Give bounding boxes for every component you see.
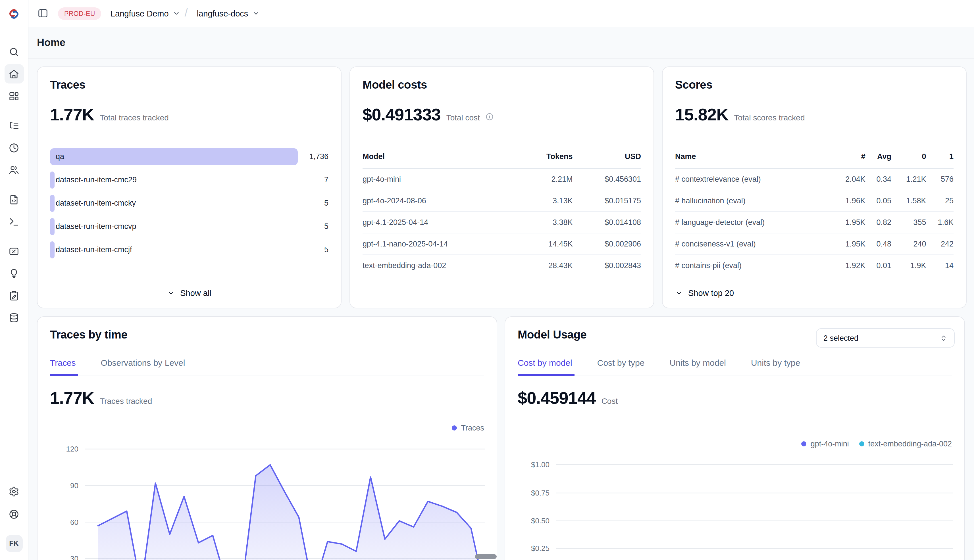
project-switcher[interactable]: langfuse-docs bbox=[197, 9, 260, 18]
traces-chart-legend: Traces bbox=[452, 424, 484, 432]
tab-units-by-model[interactable]: Units by model bbox=[670, 358, 728, 375]
sidebar-item-clipboard-pen[interactable] bbox=[4, 286, 23, 305]
info-icon[interactable] bbox=[486, 112, 494, 121]
sidebar-toggle-icon[interactable] bbox=[37, 8, 48, 19]
trace-name: dataset-run-item-cmcky bbox=[56, 195, 136, 212]
chevron-down-icon bbox=[675, 289, 683, 297]
model-cost-row: text-embedding-ada-00228.43K$0.002843 bbox=[363, 255, 641, 276]
svg-text:$1.00: $1.00 bbox=[531, 460, 550, 469]
score-row: # contextrelevance (eval)2.04K0.341.21K5… bbox=[675, 168, 954, 190]
trace-bar bbox=[50, 172, 55, 188]
trace-bar-row[interactable]: dataset-run-item-cmcvp5 bbox=[50, 218, 329, 235]
sidebar-item-file-code[interactable] bbox=[4, 190, 23, 209]
trace-name: dataset-run-item-cmc29 bbox=[56, 172, 137, 188]
gear-icon bbox=[8, 486, 19, 497]
trace-bar bbox=[50, 195, 55, 212]
trace-name: qa bbox=[56, 148, 64, 165]
traces-by-time-tabs: TracesObservations by Level bbox=[50, 358, 484, 375]
sidebar-item-gear[interactable] bbox=[4, 482, 23, 501]
sidebar-item-users[interactable] bbox=[4, 160, 23, 180]
sidebar-item-database[interactable] bbox=[4, 308, 23, 327]
score-row: # contains-pii (eval)1.92K0.011.9K14 bbox=[675, 255, 954, 276]
trace-bar-row[interactable]: dataset-run-item-cmc297 bbox=[50, 172, 329, 188]
svg-text:$0.75: $0.75 bbox=[531, 489, 550, 497]
langfuse-logo[interactable] bbox=[0, 0, 28, 27]
column-header: 0 bbox=[891, 152, 926, 168]
traces-tracked: 1.77K bbox=[50, 389, 94, 407]
svg-text:$0.25: $0.25 bbox=[531, 544, 550, 553]
card-title: Scores bbox=[675, 77, 954, 92]
avatar[interactable]: FK bbox=[5, 535, 22, 552]
trace-bar bbox=[50, 218, 55, 235]
score-row: # hallucination (eval)1.96K0.051.58K25 bbox=[675, 190, 954, 212]
trace-bar-row[interactable]: dataset-run-item-cmcky5 bbox=[50, 195, 329, 212]
tab-units-by-type[interactable]: Units by type bbox=[751, 358, 802, 375]
card-title: Traces bbox=[50, 77, 329, 92]
show-top-20-button[interactable]: Show top 20 bbox=[675, 288, 734, 298]
show-all-button[interactable]: Show all bbox=[37, 288, 341, 298]
traces-total-label: Total traces tracked bbox=[100, 113, 169, 122]
grid-icon bbox=[8, 91, 19, 102]
topbar: PROD-EU Langfuse Demo / langfuse-docs bbox=[28, 0, 974, 27]
scores-card: Scores 15.82K Total scores tracked Name#… bbox=[662, 67, 967, 308]
clock-icon bbox=[8, 142, 19, 153]
svg-text:$0.50: $0.50 bbox=[531, 517, 550, 525]
sidebar-item-home[interactable] bbox=[4, 64, 23, 83]
sidebar-item-list-tree[interactable] bbox=[4, 116, 23, 135]
trace-bar-row[interactable]: dataset-run-item-cmcjf5 bbox=[50, 242, 329, 258]
org-name: Langfuse Demo bbox=[110, 9, 169, 18]
tab-traces[interactable]: Traces bbox=[50, 358, 78, 376]
column-header: Tokens bbox=[523, 152, 573, 168]
tab-cost-by-model[interactable]: Cost by model bbox=[518, 358, 575, 376]
model-select-dropdown[interactable]: 2 selected bbox=[816, 328, 955, 348]
chevron-down-icon bbox=[167, 289, 175, 297]
trace-bar bbox=[50, 242, 55, 258]
traces-area-chart: 120906030 bbox=[50, 435, 485, 560]
legend-item: Traces bbox=[452, 424, 484, 432]
sidebar-item-search[interactable] bbox=[4, 42, 23, 61]
model-costs-total-label: Total cost bbox=[446, 113, 480, 122]
env-badge[interactable]: PROD-EU bbox=[58, 7, 102, 20]
sidebar-item-lifebuoy[interactable] bbox=[4, 504, 23, 523]
horizontal-scrollbar-thumb[interactable] bbox=[475, 554, 497, 559]
app-root: FK PROD-EU Langfuse Demo / langfuse-docs… bbox=[0, 0, 974, 560]
sidebar-item-grid[interactable] bbox=[4, 86, 23, 106]
card-title: Model costs bbox=[363, 77, 641, 92]
tab-cost-by-type[interactable]: Cost by type bbox=[597, 358, 647, 375]
trace-name: dataset-run-item-cmcvp bbox=[56, 218, 136, 235]
sidebar-item-terminal[interactable] bbox=[4, 212, 23, 231]
sidebar-item-percent-square[interactable] bbox=[4, 242, 23, 261]
trace-count: 7 bbox=[324, 172, 329, 188]
sidebar: FK bbox=[0, 0, 28, 560]
breadcrumb-separator: / bbox=[185, 6, 188, 19]
sidebar-item-clock[interactable] bbox=[4, 138, 23, 157]
model-cost-row: gpt-4.1-2025-04-143.38K$0.014108 bbox=[363, 212, 641, 233]
trace-name: dataset-run-item-cmcjf bbox=[56, 242, 132, 258]
search-icon bbox=[8, 46, 19, 57]
langfuse-logo-icon bbox=[8, 8, 20, 20]
column-header: # bbox=[830, 152, 865, 168]
scores-total: 15.82K bbox=[675, 106, 728, 124]
sidebar-item-lightbulb[interactable] bbox=[4, 263, 23, 283]
column-header: Name bbox=[675, 152, 830, 168]
terminal-icon bbox=[8, 216, 19, 227]
project-name: langfuse-docs bbox=[197, 9, 248, 18]
trace-count: 5 bbox=[324, 218, 329, 235]
users-icon bbox=[8, 164, 19, 175]
database-icon bbox=[8, 312, 19, 323]
home-icon bbox=[8, 68, 19, 79]
svg-text:90: 90 bbox=[70, 481, 79, 490]
tab-observations-by-level[interactable]: Observations by Level bbox=[101, 358, 187, 375]
score-row: # language-detector (eval)1.95K0.823551.… bbox=[675, 212, 954, 233]
model-usage-chart: $1.00$0.75$0.50$0.25 bbox=[518, 435, 953, 560]
model-costs-total: $0.491333 bbox=[363, 106, 441, 124]
column-header: Avg bbox=[865, 152, 891, 168]
sidebar-nav bbox=[0, 27, 28, 337]
trace-bar-row[interactable]: qa1,736 bbox=[50, 148, 329, 165]
chevrons-up-down-icon bbox=[940, 334, 947, 342]
lightbulb-icon bbox=[8, 268, 19, 278]
traces-total: 1.77K bbox=[50, 106, 94, 124]
legend-dot-icon bbox=[452, 425, 457, 430]
org-switcher[interactable]: Langfuse Demo bbox=[110, 9, 180, 18]
chevron-down-icon bbox=[252, 10, 259, 17]
